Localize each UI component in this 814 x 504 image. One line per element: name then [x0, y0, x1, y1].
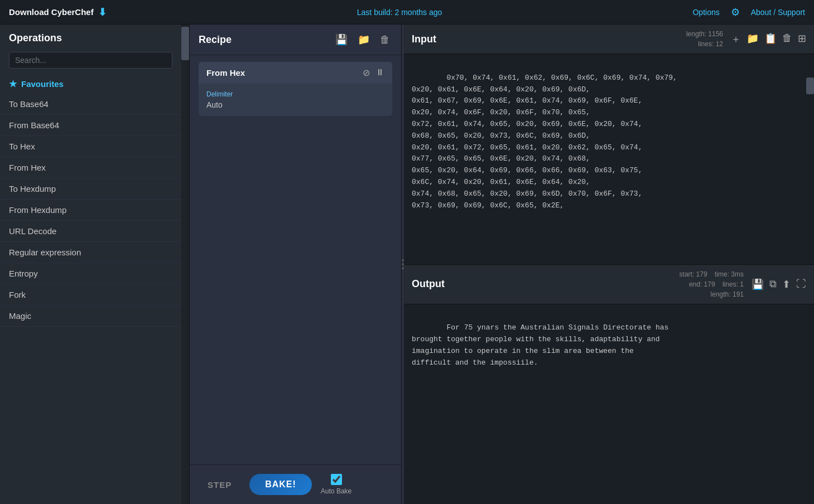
- recipe-save-button[interactable]: 💾: [333, 31, 350, 48]
- input-icons: ＋ 📁 📋 🗑 ⊞: [731, 32, 806, 46]
- search-input[interactable]: [9, 52, 172, 69]
- input-section: Input length: 1156 lines: 12 ＋ 📁 📋 🗑 ⊞ 0…: [404, 25, 814, 265]
- output-start-label: start:: [680, 270, 695, 278]
- download-icon: ⬇: [98, 6, 107, 18]
- build-info: Last build: 2 months ago: [107, 8, 693, 17]
- auto-bake-area: Auto Bake: [321, 474, 351, 495]
- recipe-operation-from-hex: From Hex ⊘ ⏸ Delimiter Auto: [199, 62, 392, 116]
- options-label[interactable]: Options: [692, 8, 719, 17]
- bake-button[interactable]: BAKE!: [249, 474, 312, 495]
- output-lines-label: lines:: [723, 280, 738, 288]
- sidebar-item-regular-expression[interactable]: Regular expression: [0, 242, 181, 263]
- recipe-item-header: From Hex ⊘ ⏸: [199, 62, 392, 84]
- input-header: Input length: 1156 lines: 12 ＋ 📁 📋 🗑 ⊞: [404, 25, 814, 54]
- sidebar-scrollbar[interactable]: [181, 25, 189, 504]
- input-content[interactable]: 0x70, 0x74, 0x61, 0x62, 0x69, 0x6C, 0x69…: [404, 54, 814, 264]
- output-end-label: end:: [689, 280, 702, 288]
- input-lines-label: lines:: [698, 40, 714, 48]
- sidebar-item-entropy[interactable]: Entropy: [0, 263, 181, 284]
- sidebar-item-magic[interactable]: Magic: [0, 306, 181, 327]
- main-area: Operations ★ Favourites To Base64 From B…: [0, 25, 814, 504]
- recipe-item-title: From Hex: [206, 68, 363, 77]
- sidebar-item-from-base64[interactable]: From Base64: [0, 115, 181, 136]
- input-layout-icon[interactable]: ⊞: [798, 32, 806, 46]
- sidebar-item-to-hex[interactable]: To Hex: [0, 136, 181, 157]
- sidebar-item-to-hexdump[interactable]: To Hexdump: [0, 178, 181, 200]
- output-section: Output start: 179 time: 3ms end: 179 lin…: [404, 265, 814, 505]
- download-section[interactable]: Download CyberChef ⬇: [9, 6, 107, 18]
- recipe-header: Recipe 💾 📁 🗑: [190, 25, 401, 55]
- input-paste-icon[interactable]: 📋: [764, 32, 777, 46]
- output-length-value: 191: [733, 290, 744, 298]
- sidebar-item-to-base64[interactable]: To Base64: [0, 94, 181, 115]
- auto-bake-label: Auto Bake: [321, 487, 351, 495]
- recipe-item-icons: ⊘ ⏸: [363, 67, 384, 78]
- sidebar-scrollbar-thumb: [181, 27, 189, 60]
- about-label[interactable]: About / Support: [751, 8, 805, 17]
- recipe-title: Recipe: [199, 34, 327, 46]
- output-stats: start: 179 time: 3ms end: 179 lines: 1 l…: [452, 269, 744, 299]
- output-title: Output: [412, 278, 445, 290]
- output-time-label: time:: [715, 270, 729, 278]
- input-length-value: 1156: [708, 30, 723, 38]
- step-button[interactable]: STEP: [199, 476, 240, 494]
- bake-area: STEP BAKE! Auto Bake: [190, 464, 401, 504]
- input-clear-icon[interactable]: 🗑: [782, 32, 792, 46]
- favourites-row[interactable]: ★ Favourites: [0, 74, 181, 94]
- input-text: 0x70, 0x74, 0x61, 0x62, 0x69, 0x6C, 0x69…: [412, 74, 677, 210]
- input-lines-value: 12: [716, 40, 723, 48]
- output-text: For 75 ynars the Australian Signals Dire…: [412, 323, 668, 366]
- output-start-value: 179: [696, 270, 707, 278]
- topbar-right: Options ⚙ About / Support: [692, 6, 805, 18]
- output-save-icon[interactable]: 💾: [752, 278, 764, 290]
- output-expand-icon[interactable]: ⛶: [796, 278, 806, 290]
- recipe-item-pause-icon[interactable]: ⏸: [375, 67, 384, 78]
- recipe-spacer: [190, 123, 401, 464]
- gear-icon[interactable]: ⚙: [731, 6, 740, 18]
- input-title: Input: [412, 33, 686, 45]
- recipe-panel: Recipe 💾 📁 🗑 From Hex ⊘ ⏸ Delimiter Auto…: [190, 25, 402, 504]
- download-label[interactable]: Download CyberChef: [9, 7, 94, 17]
- output-time-value: 3ms: [731, 270, 744, 278]
- input-scrollbar[interactable]: [806, 54, 814, 264]
- input-add-icon[interactable]: ＋: [731, 32, 741, 46]
- input-length-label: length:: [686, 30, 706, 38]
- recipe-item-body: Delimiter Auto: [199, 84, 392, 116]
- sidebar-title: Operations: [0, 25, 181, 50]
- topbar: Download CyberChef ⬇ Last build: 2 month…: [0, 0, 814, 25]
- star-icon: ★: [9, 79, 17, 89]
- sidebar-item-from-hex[interactable]: From Hex: [0, 157, 181, 178]
- output-length-label: length:: [711, 290, 731, 298]
- sidebar: Operations ★ Favourites To Base64 From B…: [0, 25, 190, 504]
- output-lines-value: 1: [740, 280, 744, 288]
- sidebar-item-fork[interactable]: Fork: [0, 284, 181, 306]
- output-copy-icon[interactable]: ⧉: [769, 278, 777, 290]
- sidebar-inner: Operations ★ Favourites To Base64 From B…: [0, 25, 189, 504]
- input-stats: length: 1156 lines: 12: [686, 29, 723, 49]
- delimiter-label: Delimiter: [206, 90, 384, 98]
- recipe-delete-button[interactable]: 🗑: [378, 32, 392, 48]
- favourites-label: Favourites: [21, 79, 64, 89]
- output-send-icon[interactable]: ⬆: [782, 278, 791, 290]
- input-open-icon[interactable]: 📁: [746, 32, 759, 46]
- output-end-value: 179: [704, 280, 715, 288]
- output-content: For 75 ynars the Australian Signals Dire…: [404, 304, 814, 505]
- io-panel: Input length: 1156 lines: 12 ＋ 📁 📋 🗑 ⊞ 0…: [404, 25, 814, 504]
- sidebar-item-url-decode[interactable]: URL Decode: [0, 221, 181, 242]
- output-header: Output start: 179 time: 3ms end: 179 lin…: [404, 265, 814, 304]
- input-scrollbar-thumb: [806, 77, 814, 94]
- delimiter-value: Auto: [206, 100, 384, 109]
- recipe-open-button[interactable]: 📁: [355, 31, 372, 48]
- sidebar-item-from-hexdump[interactable]: From Hexdump: [0, 200, 181, 221]
- recipe-item-disable-icon[interactable]: ⊘: [363, 67, 370, 78]
- auto-bake-checkbox[interactable]: [331, 474, 342, 485]
- build-label: Last build: 2 months ago: [357, 8, 442, 17]
- output-icons: 💾 ⧉ ⬆ ⛶: [752, 278, 806, 290]
